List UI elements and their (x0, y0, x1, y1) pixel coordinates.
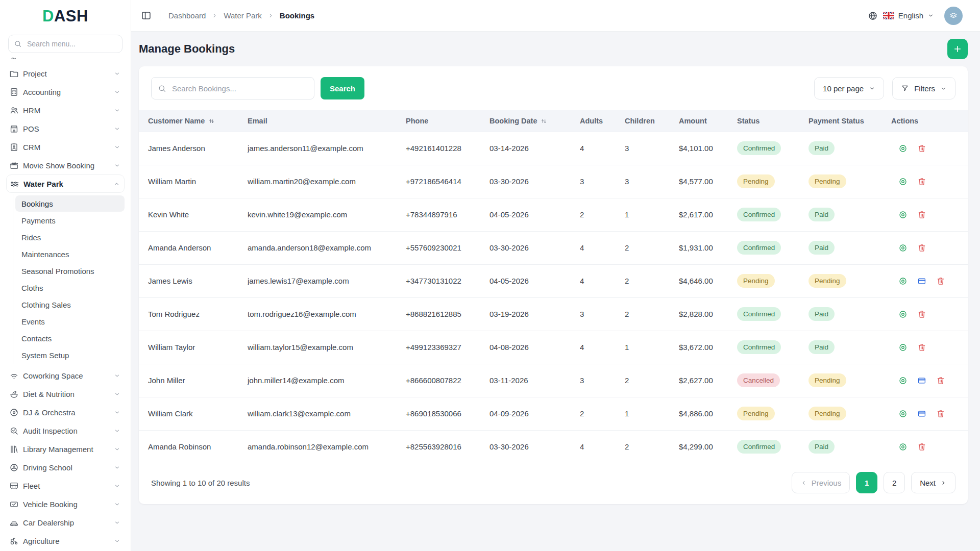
submenu-water-park: BookingsPaymentsRidesMaintenancesSeasona… (13, 194, 125, 364)
sidebar-subitem-payments[interactable]: Payments (15, 212, 125, 229)
language-selector[interactable]: English (883, 11, 934, 20)
topbar-right: English (868, 7, 963, 25)
search-button[interactable]: Search (321, 77, 364, 99)
bookings-search-input[interactable] (171, 84, 308, 93)
cell-phone: +492161401228 (406, 132, 489, 165)
sidebar-subitem-clothing-sales[interactable]: Clothing Sales (15, 296, 125, 313)
delete-button[interactable] (917, 210, 926, 219)
sidebar-subitem-system-setup[interactable]: System Setup (15, 347, 125, 363)
globe-button[interactable] (868, 11, 878, 21)
sidebar-subitem-events[interactable]: Events (15, 313, 125, 330)
sidebar-subitem-rides[interactable]: Rides (15, 229, 125, 245)
cell-payment-status: Paid (808, 231, 891, 264)
view-button[interactable] (898, 376, 908, 385)
cell-amount: $2,828.00 (679, 297, 737, 331)
view-button[interactable] (898, 177, 908, 186)
sidebar-item-diet-nutrition[interactable]: Diet & Nutrition (6, 385, 125, 403)
sidebar-item-movie-show-booking[interactable]: Movie Show Booking (6, 156, 125, 174)
breadcrumb-item-bookings[interactable]: Bookings (280, 11, 314, 20)
view-button[interactable] (898, 243, 908, 253)
sidebar-subitem-cloths[interactable]: Cloths (15, 280, 125, 296)
chevron-down-icon (114, 162, 120, 169)
cell-amount: $2,627.00 (679, 364, 737, 397)
view-button[interactable] (898, 310, 908, 319)
add-booking-button[interactable] (947, 39, 968, 59)
view-button[interactable] (898, 409, 908, 418)
page-button-1[interactable]: 1 (856, 472, 877, 493)
sidebar-item-project[interactable]: Project (6, 64, 125, 83)
sidebar-subitem-bookings[interactable]: Bookings (15, 195, 125, 212)
cell-customer-name: Tom Rodriguez (139, 297, 248, 331)
cell-status: Pending (737, 397, 808, 430)
delete-button[interactable] (917, 177, 926, 186)
view-button[interactable] (898, 343, 908, 352)
breadcrumb-item-dashboard[interactable]: Dashboard (168, 11, 206, 20)
table-row: John Millerjohn.miller14@example.com+866… (139, 364, 968, 397)
sidebar-item-hrm[interactable]: HRM (6, 101, 125, 119)
sidebar-item-accounting[interactable]: Accounting (6, 83, 125, 101)
sidebar-item-label: Driving School (23, 463, 72, 472)
sidebar-item-vehicle-booking[interactable]: Vehicle Booking (6, 495, 125, 513)
view-button[interactable] (898, 442, 908, 452)
delete-button[interactable] (917, 144, 926, 153)
pay-button[interactable] (917, 409, 926, 418)
cell-email: amanda.robinson12@example.com (248, 430, 406, 463)
filters-button[interactable]: Filters (892, 77, 955, 99)
chevron-right-icon (267, 12, 274, 19)
row-actions (891, 144, 964, 153)
delete-button[interactable] (936, 409, 945, 418)
delete-button[interactable] (936, 277, 945, 286)
sidebar-search-input[interactable] (26, 39, 120, 48)
column-booking-date[interactable]: Booking Date (489, 110, 580, 132)
sidebar-item-fleet[interactable]: Fleet (6, 477, 125, 495)
sidebar-item-water-park[interactable]: Water Park (6, 174, 125, 193)
sidebar-item-coworking-space[interactable]: Coworking Space (6, 366, 125, 385)
delete-button[interactable] (917, 243, 926, 253)
status-badge: Confirmed (737, 208, 781, 221)
sidebar-item-library-management[interactable]: Library Management (6, 440, 125, 458)
sidebar-toggle-button[interactable] (141, 10, 152, 21)
per-page-select[interactable]: 10 per page (814, 77, 884, 99)
pay-button[interactable] (917, 277, 926, 286)
column-amount: Amount (679, 110, 737, 132)
sidebar-subitem-maintenances[interactable]: Maintenances (15, 246, 125, 262)
delete-button[interactable] (917, 310, 926, 319)
status-badge: Cancelled (737, 373, 780, 387)
page-button-2[interactable]: 2 (884, 472, 905, 493)
sidebar-item-crm[interactable]: CRM (6, 138, 125, 156)
sidebar-subitem-contacts[interactable]: Contacts (15, 330, 125, 346)
delete-button[interactable] (936, 376, 945, 385)
delete-button[interactable] (917, 442, 926, 452)
cell-customer-name: William Clark (139, 397, 248, 430)
view-button[interactable] (898, 277, 908, 286)
user-avatar[interactable] (944, 7, 963, 25)
sort-icon (540, 117, 548, 125)
sidebar-item-audit-inspection[interactable]: Audit Inspection (6, 421, 125, 440)
cell-adults: 3 (580, 165, 625, 198)
row-actions (891, 442, 964, 452)
sidebar-item-agriculture[interactable]: Agriculture (6, 532, 125, 550)
sidebar-item-car-dealership[interactable]: Car Dealership (6, 513, 125, 532)
bowl-icon (9, 389, 19, 399)
sidebar-subitem-seasonal-promotions[interactable]: Seasonal Promotions (15, 263, 125, 279)
chevron-down-icon (114, 501, 120, 508)
previous-page-button[interactable]: Previous (792, 472, 850, 493)
column-customer-name[interactable]: Customer Name (139, 110, 248, 132)
sidebar-item-driving-school[interactable]: Driving School (6, 458, 125, 477)
sidebar-item-dj-orchestra[interactable]: DJ & Orchestra (6, 403, 125, 421)
view-button[interactable] (898, 144, 908, 153)
chevron-down-icon (114, 409, 120, 416)
next-page-button[interactable]: Next (911, 472, 955, 493)
sidebar-item-pos[interactable]: POS (6, 119, 125, 138)
breadcrumb: DashboardWater ParkBookings (168, 11, 314, 20)
view-button[interactable] (898, 210, 908, 219)
cell-children: 1 (625, 397, 679, 430)
pay-button[interactable] (917, 376, 926, 385)
delete-button[interactable] (917, 343, 926, 352)
payment-status-badge: Paid (808, 241, 835, 255)
cell-customer-name: Kevin White (139, 198, 248, 231)
row-actions (891, 343, 964, 352)
cell-adults: 4 (580, 430, 625, 463)
toolbar-right: 10 per page Filters (814, 77, 955, 99)
breadcrumb-item-water-park[interactable]: Water Park (224, 11, 261, 20)
